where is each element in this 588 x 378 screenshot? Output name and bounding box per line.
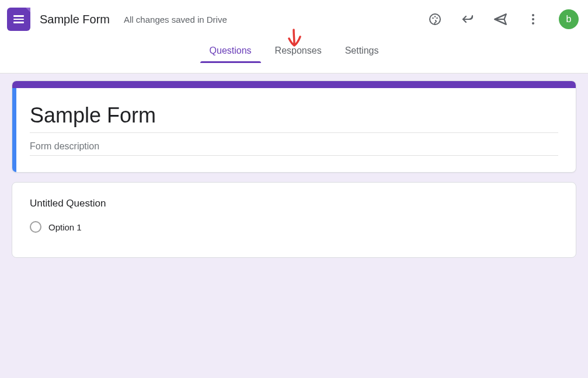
send-icon[interactable] xyxy=(489,8,512,31)
forms-logo-icon[interactable] xyxy=(7,8,30,31)
form-title-input[interactable] xyxy=(30,101,558,133)
svg-point-1 xyxy=(432,18,434,19)
svg-point-6 xyxy=(532,18,534,20)
app-header: Sample Form All changes saved in Drive xyxy=(0,0,588,74)
svg-point-7 xyxy=(532,22,534,24)
customize-theme-icon[interactable] xyxy=(423,8,447,31)
option-row: Option 1 xyxy=(30,221,558,233)
tab-questions[interactable]: Questions xyxy=(207,40,254,63)
undo-icon[interactable] xyxy=(456,8,479,31)
svg-point-3 xyxy=(436,18,438,19)
question-card[interactable]: Untitled Question Option 1 xyxy=(12,182,576,258)
question-title[interactable]: Untitled Question xyxy=(30,198,558,209)
form-header-active-indicator xyxy=(12,88,16,172)
option-label[interactable]: Option 1 xyxy=(48,222,82,232)
save-status-text: All changes saved in Drive xyxy=(124,15,227,24)
form-description-input[interactable] xyxy=(30,133,558,156)
document-title[interactable]: Sample Form xyxy=(40,13,110,26)
tabs-bar: Questions Responses Settings xyxy=(0,37,588,63)
svg-point-5 xyxy=(532,14,534,16)
form-header-accent-bar xyxy=(12,81,576,88)
more-options-icon[interactable] xyxy=(521,8,545,31)
tab-settings[interactable]: Settings xyxy=(343,40,381,63)
radio-icon xyxy=(30,221,41,233)
account-avatar[interactable]: b xyxy=(559,9,579,29)
svg-point-2 xyxy=(434,16,436,18)
tab-responses[interactable]: Responses xyxy=(273,40,324,63)
content-area: Untitled Question Option 1 xyxy=(0,74,588,265)
avatar-letter: b xyxy=(566,14,572,24)
form-header-card[interactable] xyxy=(12,80,576,173)
